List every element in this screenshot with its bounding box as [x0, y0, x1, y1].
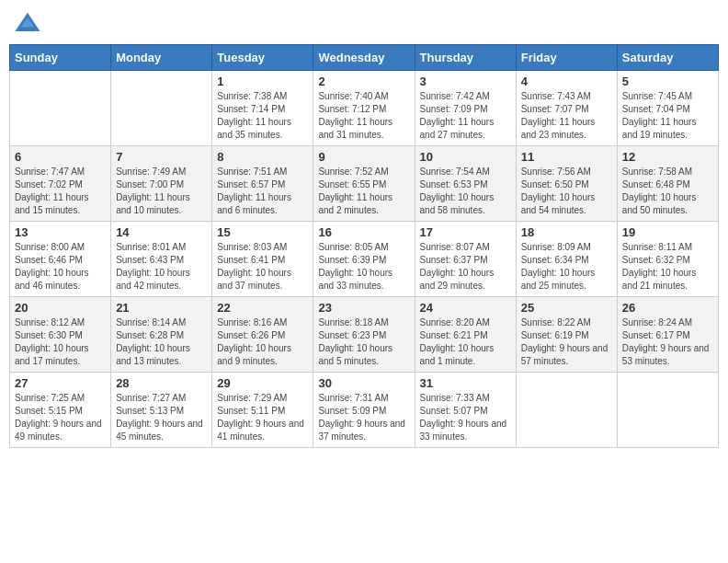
- calendar-cell: [10, 71, 111, 146]
- calendar-cell: 26Sunrise: 8:24 AMSunset: 6:17 PMDayligh…: [617, 297, 718, 373]
- day-number: 26: [622, 301, 713, 315]
- day-number: 10: [420, 150, 511, 164]
- calendar-cell: 5Sunrise: 7:45 AMSunset: 7:04 PMDaylight…: [617, 71, 718, 146]
- calendar-cell: 31Sunrise: 7:33 AMSunset: 5:07 PMDayligh…: [415, 373, 516, 448]
- day-header-wednesday: Wednesday: [313, 45, 415, 71]
- week-row-5: 27Sunrise: 7:25 AMSunset: 5:15 PMDayligh…: [10, 373, 719, 448]
- day-number: 14: [116, 225, 207, 239]
- week-row-2: 6Sunrise: 7:47 AMSunset: 7:02 PMDaylight…: [10, 146, 719, 222]
- day-header-friday: Friday: [516, 45, 617, 71]
- calendar-cell: 1Sunrise: 7:38 AMSunset: 7:14 PMDaylight…: [212, 71, 313, 146]
- day-number: 30: [318, 376, 409, 390]
- day-info: Sunrise: 7:25 AMSunset: 5:15 PMDaylight:…: [15, 392, 106, 443]
- day-info: Sunrise: 8:14 AMSunset: 6:28 PMDaylight:…: [116, 316, 207, 368]
- calendar-cell: [617, 373, 718, 448]
- day-info: Sunrise: 8:09 AMSunset: 6:34 PMDaylight:…: [521, 241, 612, 293]
- day-info: Sunrise: 8:22 AMSunset: 6:19 PMDaylight:…: [521, 316, 612, 368]
- day-number: 5: [622, 75, 713, 88]
- day-info: Sunrise: 7:47 AMSunset: 7:02 PMDaylight:…: [15, 166, 106, 217]
- calendar-cell: 28Sunrise: 7:27 AMSunset: 5:13 PMDayligh…: [111, 373, 212, 448]
- day-info: Sunrise: 7:54 AMSunset: 6:53 PMDaylight:…: [420, 166, 511, 217]
- calendar-cell: 3Sunrise: 7:42 AMSunset: 7:09 PMDaylight…: [415, 71, 516, 146]
- week-row-3: 13Sunrise: 8:00 AMSunset: 6:46 PMDayligh…: [10, 222, 719, 297]
- day-info: Sunrise: 7:52 AMSunset: 6:55 PMDaylight:…: [318, 166, 409, 217]
- logo: [14, 9, 45, 37]
- day-header-monday: Monday: [111, 45, 212, 71]
- day-number: 1: [217, 75, 308, 88]
- calendar-cell: 21Sunrise: 8:14 AMSunset: 6:28 PMDayligh…: [111, 297, 212, 373]
- calendar-cell: 25Sunrise: 8:22 AMSunset: 6:19 PMDayligh…: [516, 297, 617, 373]
- day-number: 6: [15, 150, 106, 164]
- calendar-table: SundayMondayTuesdayWednesdayThursdayFrid…: [9, 44, 719, 448]
- day-info: Sunrise: 7:45 AMSunset: 7:04 PMDaylight:…: [622, 90, 713, 142]
- day-info: Sunrise: 8:05 AMSunset: 6:39 PMDaylight:…: [318, 241, 409, 293]
- calendar-cell: 30Sunrise: 7:31 AMSunset: 5:09 PMDayligh…: [313, 373, 415, 448]
- calendar-cell: 20Sunrise: 8:12 AMSunset: 6:30 PMDayligh…: [10, 297, 111, 373]
- svg-rect-2: [19, 28, 36, 32]
- day-number: 7: [116, 150, 207, 164]
- calendar-cell: 14Sunrise: 8:01 AMSunset: 6:43 PMDayligh…: [111, 222, 212, 297]
- calendar-cell: 22Sunrise: 8:16 AMSunset: 6:26 PMDayligh…: [212, 297, 313, 373]
- day-number: 9: [318, 150, 409, 164]
- calendar-cell: [111, 71, 212, 146]
- week-row-4: 20Sunrise: 8:12 AMSunset: 6:30 PMDayligh…: [10, 297, 719, 373]
- day-info: Sunrise: 7:42 AMSunset: 7:09 PMDaylight:…: [420, 90, 511, 142]
- day-info: Sunrise: 8:00 AMSunset: 6:46 PMDaylight:…: [15, 241, 106, 293]
- day-header-saturday: Saturday: [617, 45, 718, 71]
- day-info: Sunrise: 7:58 AMSunset: 6:48 PMDaylight:…: [622, 166, 713, 217]
- day-info: Sunrise: 8:11 AMSunset: 6:32 PMDaylight:…: [622, 241, 713, 293]
- calendar-cell: 18Sunrise: 8:09 AMSunset: 6:34 PMDayligh…: [516, 222, 617, 297]
- day-info: Sunrise: 8:01 AMSunset: 6:43 PMDaylight:…: [116, 241, 207, 293]
- calendar-cell: 12Sunrise: 7:58 AMSunset: 6:48 PMDayligh…: [617, 146, 718, 222]
- calendar-cell: 19Sunrise: 8:11 AMSunset: 6:32 PMDayligh…: [617, 222, 718, 297]
- calendar-cell: 23Sunrise: 8:18 AMSunset: 6:23 PMDayligh…: [313, 297, 415, 373]
- day-number: 2: [318, 75, 409, 88]
- calendar-cell: [516, 373, 617, 448]
- day-number: 29: [217, 376, 308, 390]
- calendar-cell: 13Sunrise: 8:00 AMSunset: 6:46 PMDayligh…: [10, 222, 111, 297]
- calendar-cell: 8Sunrise: 7:51 AMSunset: 6:57 PMDaylight…: [212, 146, 313, 222]
- header-row: SundayMondayTuesdayWednesdayThursdayFrid…: [10, 45, 719, 71]
- day-number: 18: [521, 225, 612, 239]
- day-number: 8: [217, 150, 308, 164]
- day-number: 28: [116, 376, 207, 390]
- day-header-thursday: Thursday: [415, 45, 516, 71]
- day-number: 27: [15, 376, 106, 390]
- day-info: Sunrise: 8:07 AMSunset: 6:37 PMDaylight:…: [420, 241, 511, 293]
- day-header-sunday: Sunday: [10, 45, 111, 71]
- day-number: 25: [521, 301, 612, 315]
- day-number: 15: [217, 225, 308, 239]
- day-number: 22: [217, 301, 308, 315]
- day-info: Sunrise: 7:38 AMSunset: 7:14 PMDaylight:…: [217, 90, 308, 142]
- day-number: 12: [622, 150, 713, 164]
- day-info: Sunrise: 8:03 AMSunset: 6:41 PMDaylight:…: [217, 241, 308, 293]
- day-number: 19: [622, 225, 713, 239]
- calendar-cell: 16Sunrise: 8:05 AMSunset: 6:39 PMDayligh…: [313, 222, 415, 297]
- day-number: 23: [318, 301, 409, 315]
- day-number: 13: [15, 225, 106, 239]
- logo-icon: [14, 9, 41, 37]
- day-info: Sunrise: 8:20 AMSunset: 6:21 PMDaylight:…: [420, 316, 511, 368]
- calendar-cell: 10Sunrise: 7:54 AMSunset: 6:53 PMDayligh…: [415, 146, 516, 222]
- day-number: 11: [521, 150, 612, 164]
- day-number: 21: [116, 301, 207, 315]
- page-header: [9, 9, 719, 37]
- calendar-cell: 15Sunrise: 8:03 AMSunset: 6:41 PMDayligh…: [212, 222, 313, 297]
- day-info: Sunrise: 8:12 AMSunset: 6:30 PMDaylight:…: [15, 316, 106, 368]
- calendar-cell: 7Sunrise: 7:49 AMSunset: 7:00 PMDaylight…: [111, 146, 212, 222]
- day-info: Sunrise: 8:18 AMSunset: 6:23 PMDaylight:…: [318, 316, 409, 368]
- day-info: Sunrise: 7:56 AMSunset: 6:50 PMDaylight:…: [521, 166, 612, 217]
- day-number: 20: [15, 301, 106, 315]
- day-number: 3: [420, 75, 511, 88]
- day-info: Sunrise: 8:16 AMSunset: 6:26 PMDaylight:…: [217, 316, 308, 368]
- day-number: 17: [420, 225, 511, 239]
- calendar-cell: 11Sunrise: 7:56 AMSunset: 6:50 PMDayligh…: [516, 146, 617, 222]
- day-number: 16: [318, 225, 409, 239]
- calendar-cell: 17Sunrise: 8:07 AMSunset: 6:37 PMDayligh…: [415, 222, 516, 297]
- calendar-cell: 24Sunrise: 8:20 AMSunset: 6:21 PMDayligh…: [415, 297, 516, 373]
- day-info: Sunrise: 7:33 AMSunset: 5:07 PMDaylight:…: [420, 392, 511, 443]
- day-info: Sunrise: 7:29 AMSunset: 5:11 PMDaylight:…: [217, 392, 308, 443]
- calendar-cell: 6Sunrise: 7:47 AMSunset: 7:02 PMDaylight…: [10, 146, 111, 222]
- day-info: Sunrise: 7:27 AMSunset: 5:13 PMDaylight:…: [116, 392, 207, 443]
- day-number: 4: [521, 75, 612, 88]
